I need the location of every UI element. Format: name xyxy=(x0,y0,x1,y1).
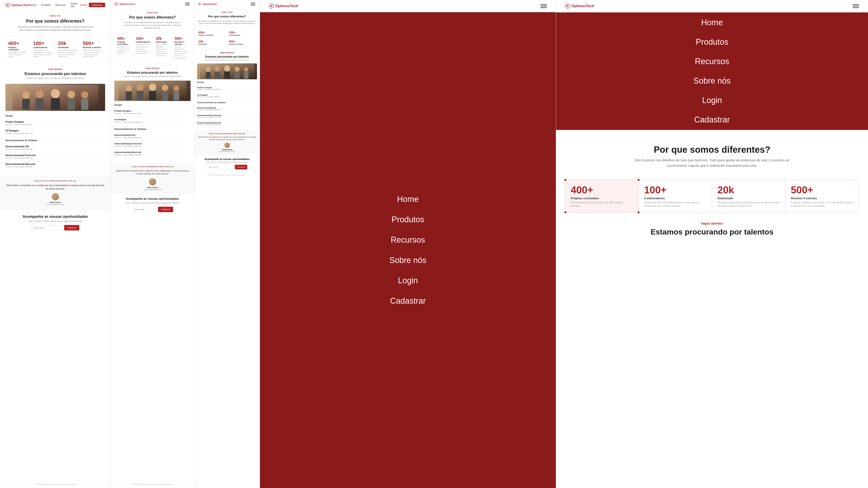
mobile-job-ios-title: Desenvolvedor(a) iOS xyxy=(197,107,257,109)
job-frontend-dev[interactable]: Desenvolvedor(a) Front-end Full-time Fai… xyxy=(5,152,105,161)
tablet-job-fe[interactable]: Desenvolvedor(a) Front-end Full-time Fai… xyxy=(114,141,191,149)
job-type-ux: Full-time xyxy=(5,132,12,134)
mobile-stat-1-num: 400+ xyxy=(198,31,225,34)
svg-rect-19 xyxy=(137,91,144,100)
panel4-menu-recursos[interactable]: Recursos xyxy=(391,235,425,245)
p5-stat-4-dsc: Estamos orgulhosos de contar com mais de… xyxy=(791,201,854,208)
panel4-menu-login[interactable]: Login xyxy=(398,276,418,285)
mobile-job-pd[interactable]: Product Designer Full-time Faixa salaria… xyxy=(197,85,257,92)
tablet-job-ux[interactable]: UX Designer Full-time Faixa salarial: R$… xyxy=(114,117,191,125)
job-type-ios: Full-time xyxy=(5,148,12,150)
mobile-team-image xyxy=(197,64,257,79)
tablet-nl-input[interactable] xyxy=(132,207,157,212)
tablet-logo-text: OptimusTech xyxy=(119,3,135,5)
job-backend-dev[interactable]: Desenvolvedor(a) Back-end Full-time Faix… xyxy=(5,161,105,170)
job-meta-fe: Full-time Faixa salarial: R$7.000 xyxy=(5,157,105,159)
tablet-hamburger-button[interactable] xyxy=(184,2,191,6)
svg-point-5 xyxy=(35,90,43,98)
newsletter-email-input[interactable] xyxy=(31,225,63,230)
newsletter-section: Acompanhe as nossas oportunidades Seja o… xyxy=(0,210,111,235)
t-stat-2-dsc: Temos mais de 100 colaboradores no time … xyxy=(136,43,150,55)
panel5-menu-home[interactable]: Home xyxy=(701,18,723,27)
mobile-job-be[interactable]: Desenvolvedor(a) Back-end Full-time Faix… xyxy=(197,120,257,127)
tablet-job-fe-salary: Faixa salarial: R$7.000 xyxy=(123,145,142,147)
svg-point-14 xyxy=(116,4,117,5)
tablet-nl-btn[interactable]: Cadastrar xyxy=(158,207,174,212)
panel4-menu-overlay: OptimusTech Home Produtos Recursos Sobre… xyxy=(260,0,556,488)
svg-point-7 xyxy=(51,89,60,98)
panel4-menu-sobre[interactable]: Sobre nós xyxy=(389,256,426,265)
t-stat-4-dsc: Estamos orgulhosos de contar com mais de… xyxy=(175,46,188,59)
panel5-menu-header: OptimusTech xyxy=(556,0,868,12)
mobile-job-fe[interactable]: Desenvolvedor(a) Front-end Full-time Fai… xyxy=(197,112,257,120)
mobile-header: OptimusTech xyxy=(194,0,260,8)
mobile-test-name: Julia Castro xyxy=(197,149,257,151)
mobile-jobs: Design Product Designer Full-time Faixa … xyxy=(194,79,260,129)
p5-stat-1-lbl: Projetos concluídos xyxy=(571,197,633,200)
svg-rect-10 xyxy=(67,98,75,110)
t-stat-3-lbl: Downloads xyxy=(156,41,169,43)
login-button[interactable]: Entrar xyxy=(80,4,87,6)
mobile-job-ux[interactable]: UX Designer Full-time Faixa salarial: R$… xyxy=(197,92,257,100)
panel5-menu-sobre[interactable]: Sobre nós xyxy=(693,76,731,86)
panel5-ham-line-1 xyxy=(852,4,859,5)
panel4-menu-cadastrar[interactable]: Cadastrar xyxy=(390,296,426,306)
corner-tr-1 xyxy=(638,179,640,181)
nav-sobre[interactable]: Sobre nós xyxy=(70,2,80,8)
mobile-vagas-label: Vagas abertas! xyxy=(197,52,257,54)
svg-point-18 xyxy=(137,84,144,91)
panel4-menu-produtos[interactable]: Produtos xyxy=(392,215,424,224)
logo[interactable]: OptimusTech xyxy=(5,3,30,7)
panel5-menu-overlay: OptimusTech Home Produtos Recursos Sobre… xyxy=(556,0,868,130)
mobile-nl-btn[interactable]: Cadastrar xyxy=(235,165,247,169)
stat-reviews: 500+ Reviews 5 estrelas Estamos orgulhos… xyxy=(80,39,105,60)
mobile-hamburger-line-1 xyxy=(251,3,255,3)
panel5-hamburger-button[interactable] xyxy=(851,3,860,9)
design-category: Design xyxy=(5,115,105,117)
tablet-job-be[interactable]: Desenvolvedor(a) Back-end Full-time Faix… xyxy=(114,149,191,158)
panel5-logo-text: OptimusTech xyxy=(571,4,594,8)
mobile-job-ios[interactable]: Desenvolvedor(a) iOS Full-time Faixa sal… xyxy=(197,105,257,112)
talent-section: Vagas abertas! Estamos procurando por ta… xyxy=(0,64,111,84)
mobile-nl-input[interactable] xyxy=(207,165,234,169)
nav-recursos[interactable]: Recursos xyxy=(55,4,66,6)
panel4-logo[interactable]: OptimusTech xyxy=(269,4,298,8)
mobile-hamburger-button[interactable] xyxy=(250,2,256,6)
talent-title: Estamos procurando por talentos xyxy=(5,72,105,76)
nav-home[interactable]: Home xyxy=(30,4,36,6)
mobile-logo[interactable]: OptimusTech xyxy=(198,2,217,6)
panel5-menu-recursos[interactable]: Recursos xyxy=(695,57,729,66)
tablet-jobs: Design Product Designer Full-time Faixa … xyxy=(111,101,194,161)
panel5-menu-login[interactable]: Login xyxy=(702,96,722,105)
nav-produtos[interactable]: Produtos xyxy=(41,4,51,6)
panel5-menu-cadastrar[interactable]: Cadastrar xyxy=(694,115,730,125)
panel4-hamburger-button[interactable] xyxy=(539,3,548,9)
job-product-designer[interactable]: Product Designer Full-time Faixa salaria… xyxy=(5,119,105,128)
tablet-job-pd-type: Full-time xyxy=(114,112,121,115)
tablet-job-ios-title: Desenvolvedor(a) iOS xyxy=(114,134,191,136)
svg-point-40 xyxy=(271,5,272,7)
tablet-job-pd[interactable]: Product Designer Full-time Faixa salaria… xyxy=(114,108,191,117)
testimonial-text: OptimusTech se importa com a saúde dos s… xyxy=(5,184,105,191)
team-image xyxy=(5,84,105,111)
mobile-job-be-meta: Full-time Faixa salarial: R$8.000 xyxy=(197,124,257,125)
job-title-ux: UX Designer xyxy=(5,129,105,132)
job-ios-dev[interactable]: Desenvolvedor(a) iOS Full-time Faixa sal… xyxy=(5,143,105,152)
panel5-menu-produtos[interactable]: Produtos xyxy=(696,37,728,47)
tablet-logo[interactable]: OptimusTech xyxy=(114,2,135,6)
panel5-logo[interactable]: OptimusTech xyxy=(565,4,594,8)
tablet-job-ios[interactable]: Desenvolvedor(a) iOS Full-time Faixa sal… xyxy=(114,132,191,141)
svg-rect-17 xyxy=(126,92,132,100)
t-stat-4-num: 500+ xyxy=(175,37,188,40)
stat-downloads-desc: Nossos projetos que estão disponíveis em… xyxy=(58,49,77,58)
svg-rect-6 xyxy=(35,98,43,110)
job-salary-pd: Faixa salarial: R$7.000 xyxy=(14,124,33,126)
tablet-team-svg xyxy=(119,81,186,100)
job-ux-designer[interactable]: UX Designer Full-time Faixa salarial: R$… xyxy=(5,128,105,136)
mobile-job-ios-salary: Faixa salarial: R$8.000 xyxy=(205,109,221,110)
job-type-fe: Full-time xyxy=(5,157,12,159)
tablet-talent: Vagas abertas! Estamos procurando por ta… xyxy=(111,64,194,80)
newsletter-subscribe-button[interactable]: Cadastrar xyxy=(64,225,80,230)
panel4-menu-home[interactable]: Home xyxy=(397,195,418,204)
register-button[interactable]: Cadastrar xyxy=(89,3,105,7)
